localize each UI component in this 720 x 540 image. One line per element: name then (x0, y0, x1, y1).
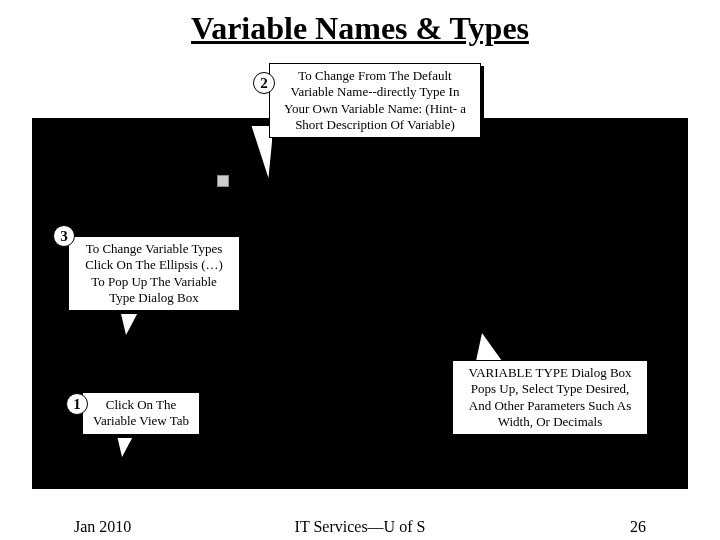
footer-org: IT Services—U of S (0, 518, 720, 536)
callout-3: To Change Variable Types Click On The El… (68, 236, 240, 311)
callout-4-pointer (476, 333, 502, 361)
slide-title: Variable Names & Types (0, 0, 720, 47)
step-badge-2: 2 (253, 72, 275, 94)
step-badge-1: 1 (66, 393, 88, 415)
callout-variable-type: VARIABLE TYPE Dialog Box Pops Up, Select… (452, 360, 648, 435)
step-badge-3: 3 (53, 225, 75, 247)
callout-2: To Change From The Default Variable Name… (269, 63, 481, 138)
slide-footer: Jan 2010 IT Services—U of S 26 (0, 518, 720, 536)
callout-1: Click On The Variable View Tab (82, 392, 200, 435)
cell-marker-icon (217, 175, 229, 187)
